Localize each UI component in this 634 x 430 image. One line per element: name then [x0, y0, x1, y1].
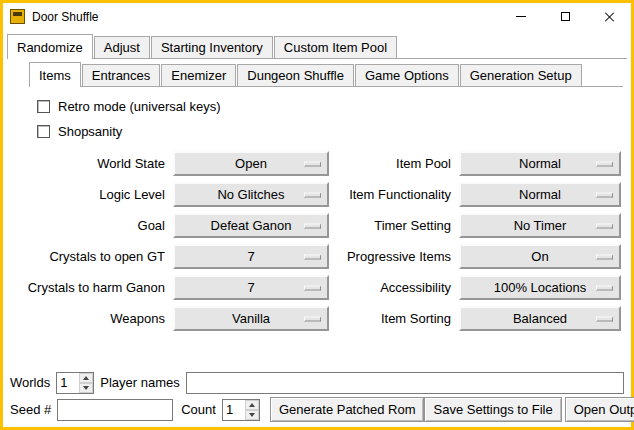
dropdown-indicator-icon — [304, 161, 321, 166]
item-sorting-label: Item Sorting — [339, 311, 451, 326]
spinner-down-button[interactable] — [79, 383, 93, 393]
arrow-down-icon — [83, 386, 89, 390]
retro-mode-checkbox[interactable] — [37, 100, 50, 113]
form-row: Accessibility 100% Locations — [339, 272, 631, 303]
count-spinbox[interactable] — [222, 399, 260, 421]
seed-input[interactable] — [57, 399, 173, 421]
timer-setting-dropdown[interactable]: No Timer — [459, 213, 621, 238]
generate-patched-rom-button[interactable]: Generate Patched Rom — [270, 397, 425, 422]
tab-adjust[interactable]: Adjust — [94, 36, 150, 58]
item-pool-label: Item Pool — [339, 156, 451, 171]
flex-spacer — [3, 334, 631, 369]
worlds-row: Worlds Player names — [3, 369, 631, 396]
goal-dropdown[interactable]: Defeat Ganon — [173, 213, 329, 238]
form-row: Logic Level No Glitches — [9, 179, 339, 210]
form-row: Crystals to harm Ganon 7 — [9, 272, 339, 303]
logic-level-label: Logic Level — [9, 187, 165, 202]
world-state-dropdown[interactable]: Open — [173, 151, 329, 176]
crystals-harm-ganon-dropdown[interactable]: 7 — [173, 275, 329, 300]
weapons-dropdown[interactable]: Vanilla — [173, 306, 329, 331]
dropdown-indicator-icon — [596, 161, 613, 166]
settings-form: World State Open Logic Level No Glitches… — [3, 148, 631, 334]
main-tab-bar: Randomize Adjust Starting Inventory Cust… — [7, 34, 627, 59]
seed-row: Seed # Count Generate Patched Rom Save S… — [3, 396, 631, 427]
window-content: Randomize Adjust Starting Inventory Cust… — [3, 30, 631, 427]
retro-mode-row: Retro mode (universal keys) — [37, 96, 631, 116]
dropdown-indicator-icon — [596, 316, 613, 321]
maximize-button[interactable] — [543, 3, 587, 30]
tab-items[interactable]: Items — [29, 62, 81, 87]
dropdown-indicator-icon — [596, 223, 613, 228]
tab-generation-setup[interactable]: Generation Setup — [460, 64, 582, 86]
accessibility-dropdown[interactable]: 100% Locations — [459, 275, 621, 300]
retro-mode-label: Retro mode (universal keys) — [58, 99, 221, 114]
tab-enemizer[interactable]: Enemizer — [161, 64, 236, 86]
timer-setting-label: Timer Setting — [339, 218, 451, 233]
tab-custom-item-pool[interactable]: Custom Item Pool — [274, 36, 397, 58]
accessibility-label: Accessibility — [339, 280, 451, 295]
progressive-items-label: Progressive Items — [339, 249, 451, 264]
player-names-input[interactable] — [186, 372, 624, 394]
spinner-up-button[interactable] — [79, 373, 93, 383]
randomize-tab-bar: Items Entrances Enemizer Dungeon Shuffle… — [29, 62, 623, 87]
titlebar: Door Shuffle — [3, 3, 631, 30]
worlds-label: Worlds — [10, 375, 50, 390]
app-icon — [10, 9, 25, 24]
dropdown-indicator-icon — [304, 316, 321, 321]
worlds-spinbox[interactable] — [56, 372, 94, 394]
open-output-directory-button[interactable]: Open Output Directory — [565, 397, 634, 422]
dropdown-indicator-icon — [304, 285, 321, 290]
item-functionality-label: Item Functionality — [339, 187, 451, 202]
worlds-spinner-arrows — [79, 373, 93, 393]
worlds-input[interactable] — [57, 373, 79, 393]
form-row: Item Sorting Balanced — [339, 303, 631, 334]
form-row: Progressive Items On — [339, 241, 631, 272]
crystals-harm-ganon-label: Crystals to harm Ganon — [9, 280, 165, 295]
world-state-label: World State — [9, 156, 165, 171]
crystals-open-gt-label: Crystals to open GT — [9, 249, 165, 264]
count-input[interactable] — [223, 400, 245, 420]
tab-game-options[interactable]: Game Options — [355, 64, 459, 86]
form-column-right: Item Pool Normal Item Functionality Norm… — [339, 148, 631, 334]
progressive-items-dropdown[interactable]: On — [459, 244, 621, 269]
dropdown-indicator-icon — [596, 285, 613, 290]
item-pool-dropdown[interactable]: Normal — [459, 151, 621, 176]
crystals-open-gt-dropdown[interactable]: 7 — [173, 244, 329, 269]
arrow-up-icon — [83, 376, 89, 380]
maximize-icon — [561, 12, 570, 21]
close-icon — [604, 11, 615, 22]
item-functionality-dropdown[interactable]: Normal — [459, 182, 621, 207]
logic-level-dropdown[interactable]: No Glitches — [173, 182, 329, 207]
dropdown-indicator-icon — [304, 254, 321, 259]
spinner-down-button[interactable] — [245, 410, 259, 420]
count-label: Count — [181, 402, 216, 417]
form-row: World State Open — [9, 148, 339, 179]
tab-randomize[interactable]: Randomize — [7, 34, 93, 59]
dropdown-indicator-icon — [304, 223, 321, 228]
seed-label: Seed # — [10, 402, 51, 417]
form-row: Item Pool Normal — [339, 148, 631, 179]
player-names-label: Player names — [100, 375, 179, 390]
minimize-button[interactable] — [499, 3, 543, 30]
minimize-icon — [516, 16, 526, 17]
dropdown-indicator-icon — [596, 192, 613, 197]
window-title: Door Shuffle — [32, 10, 99, 24]
form-row: Crystals to open GT 7 — [9, 241, 339, 272]
form-row: Goal Defeat Ganon — [9, 210, 339, 241]
tab-dungeon-shuffle[interactable]: Dungeon Shuffle — [237, 64, 354, 86]
form-row: Timer Setting No Timer — [339, 210, 631, 241]
dropdown-indicator-icon — [304, 192, 321, 197]
shopsanity-checkbox[interactable] — [37, 125, 50, 138]
arrow-down-icon — [249, 413, 255, 417]
form-row: Item Functionality Normal — [339, 179, 631, 210]
goal-label: Goal — [9, 218, 165, 233]
item-sorting-dropdown[interactable]: Balanced — [459, 306, 621, 331]
close-button[interactable] — [587, 3, 631, 30]
count-spinner-arrows — [245, 400, 259, 420]
spinner-up-button[interactable] — [245, 400, 259, 410]
save-settings-button[interactable]: Save Settings to File — [424, 397, 561, 422]
shopsanity-label: Shopsanity — [58, 124, 122, 139]
tab-starting-inventory[interactable]: Starting Inventory — [151, 36, 273, 58]
dropdown-indicator-icon — [596, 254, 613, 259]
tab-entrances[interactable]: Entrances — [82, 64, 161, 86]
